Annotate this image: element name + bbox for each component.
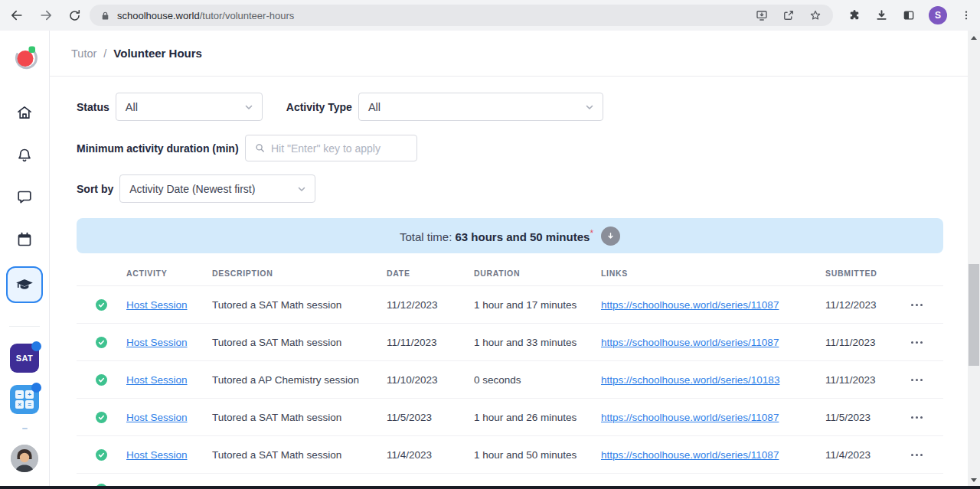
description-cell: Tutored a SAT Math session <box>212 412 387 423</box>
col-activity: ACTIVITY <box>126 269 212 278</box>
description-cell: Tutored a SAT Math session <box>212 299 387 311</box>
duration-cell: 1 hour and 17 minutes <box>474 299 601 311</box>
series-link[interactable]: https://schoolhouse.world/series/10183 <box>601 374 779 386</box>
sat-badge[interactable]: SAT <box>10 344 39 373</box>
col-description: DESCRIPTION <box>212 269 387 278</box>
filter-row-1: Status All Activity Type All <box>77 93 943 121</box>
install-app-icon[interactable] <box>755 8 769 22</box>
activity-type-select-value: All <box>368 101 381 113</box>
user-avatar[interactable] <box>11 445 38 472</box>
series-link[interactable]: https://schoolhouse.world/series/11087 <box>601 299 779 311</box>
date-cell: 11/11/2023 <box>387 337 474 348</box>
notifications-bell-icon[interactable] <box>15 146 34 165</box>
row-menu-button[interactable] <box>911 451 943 459</box>
approved-check-icon <box>96 449 107 461</box>
address-bar[interactable]: schoolhouse.world/tutor/volunteer-hours <box>90 5 833 26</box>
table-row: Host Session Tutored a SAT Math session … <box>77 436 943 474</box>
scrollbar-thumb[interactable] <box>969 264 979 366</box>
activity-link[interactable]: Host Session <box>126 374 188 386</box>
search-icon <box>255 142 265 154</box>
total-time-text: Total time: 63 hours and 50 minutes* <box>400 228 593 243</box>
duration-cell: 1 hour and 50 minutes <box>474 449 601 461</box>
chrome-menu-icon[interactable] <box>960 9 972 21</box>
min-duration-input[interactable] <box>271 142 407 155</box>
submitted-cell: 11/5/2023 <box>825 412 911 423</box>
series-link[interactable]: https://schoolhouse.world/series/11087 <box>601 412 779 423</box>
download-report-button[interactable] <box>601 227 620 246</box>
scrollbar-up-arrow[interactable] <box>971 36 977 40</box>
sidebar-item-tutor-active[interactable] <box>6 266 43 303</box>
extensions-puzzle-icon[interactable] <box>848 8 861 22</box>
lock-icon <box>100 10 110 21</box>
breadcrumb-parent[interactable]: Tutor <box>71 47 96 60</box>
page-scrollbar[interactable] <box>968 31 980 489</box>
table-row: Host Session Tutored a SAT Math session … <box>77 286 943 324</box>
sidebar-indicator-dash <box>22 428 28 429</box>
sat-badge-label: SAT <box>16 354 33 363</box>
series-link[interactable]: https://schoolhouse.world/series/11087 <box>601 337 779 348</box>
status-label: Status <box>77 101 109 113</box>
table-header-row: ACTIVITY DESCRIPTION DATE DURATION LINKS… <box>77 269 943 286</box>
activity-link[interactable]: Host Session <box>126 449 188 461</box>
forward-icon[interactable] <box>38 8 54 23</box>
side-panel-icon[interactable] <box>902 8 916 22</box>
page-header: Tutor / Volunteer Hours <box>50 31 968 77</box>
calendar-icon[interactable] <box>15 230 34 249</box>
submitted-cell: 11/11/2023 <box>825 337 911 348</box>
chevron-down-icon <box>243 102 254 112</box>
col-links: LINKS <box>601 269 825 278</box>
description-cell: Tutored a AP Chemistry session <box>212 374 387 386</box>
browser-toolbar: schoolhouse.world/tutor/volunteer-hours … <box>0 0 980 31</box>
min-duration-label: Minimum activity duration (min) <box>77 142 239 155</box>
activity-type-select[interactable]: All <box>358 93 603 121</box>
scrollbar-down-arrow[interactable] <box>971 478 977 482</box>
approved-check-icon <box>96 374 107 386</box>
download-arrow-icon <box>606 231 616 241</box>
schoolhouse-logo[interactable] <box>11 45 38 73</box>
downloads-icon[interactable] <box>874 8 889 23</box>
activity-link[interactable]: Host Session <box>126 412 188 423</box>
app-sidebar: SAT −+×= <box>0 31 50 489</box>
sat-notification-dot <box>31 341 41 351</box>
duration-cell: 1 hour and 33 minutes <box>474 337 601 348</box>
date-cell: 11/12/2023 <box>387 299 474 311</box>
chevron-down-icon <box>584 102 595 112</box>
row-menu-button[interactable] <box>911 301 943 309</box>
row-menu-button[interactable] <box>911 376 943 384</box>
sort-by-select[interactable]: Activity Date (Newest first) <box>119 174 315 203</box>
status-select[interactable]: All <box>116 93 263 121</box>
math-notification-dot <box>31 383 41 393</box>
table-row: Host Session Tutored a SAT Math session … <box>77 399 943 436</box>
submitted-cell: 11/12/2023 <box>825 299 911 311</box>
activity-link[interactable]: Host Session <box>126 299 188 311</box>
browser-profile-avatar[interactable]: S <box>929 6 947 24</box>
bottom-edge-bar <box>0 486 980 489</box>
bookmark-star-icon[interactable] <box>808 8 822 22</box>
duration-cell: 1 hour and 26 minutes <box>474 412 601 423</box>
approved-check-icon <box>96 337 107 348</box>
col-date: DATE <box>387 269 474 278</box>
activity-type-label: Activity Type <box>286 101 352 113</box>
submitted-cell: 11/11/2023 <box>825 374 911 386</box>
description-cell: Tutored a SAT Math session <box>212 337 387 348</box>
description-cell: Tutored a SAT Math session <box>212 449 387 461</box>
series-link[interactable]: https://schoolhouse.world/series/11087 <box>601 449 779 461</box>
status-select-value: All <box>126 101 138 113</box>
table-row: Host Session Tutored a SAT Math session … <box>77 324 943 361</box>
graduation-cap-icon <box>15 275 34 295</box>
filter-row-2: Minimum activity duration (min) <box>77 135 943 161</box>
breadcrumb-separator: / <box>103 47 106 60</box>
home-icon[interactable] <box>15 103 34 122</box>
row-menu-button[interactable] <box>911 413 943 422</box>
messages-chat-icon[interactable] <box>15 187 34 206</box>
reload-icon[interactable] <box>67 8 82 23</box>
back-icon[interactable] <box>9 8 24 23</box>
chevron-down-icon <box>296 184 307 194</box>
share-icon[interactable] <box>782 8 795 22</box>
table-body: Host Session Tutored a SAT Math session … <box>77 286 943 489</box>
filter-row-3: Sort by Activity Date (Newest first) <box>77 174 943 203</box>
activity-link[interactable]: Host Session <box>126 337 188 348</box>
date-cell: 11/4/2023 <box>387 449 474 461</box>
math-calculator-badge[interactable]: −+×= <box>10 385 39 414</box>
row-menu-button[interactable] <box>911 338 943 347</box>
